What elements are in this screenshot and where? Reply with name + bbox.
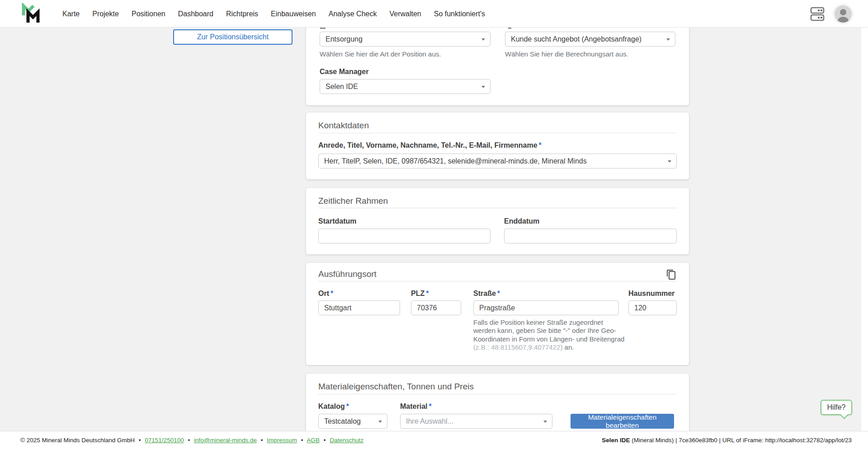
help-button[interactable]: Hilfe? (821, 400, 852, 415)
location-card-title: Ausführungsort (318, 269, 377, 279)
footer-phone-link[interactable]: 07151/250100 (145, 437, 184, 444)
nav-item-so-funktionierts[interactable]: So funktioniert's (434, 10, 485, 18)
nav-item-verwalten[interactable]: Verwalten (389, 10, 421, 18)
strasse-input[interactable] (473, 300, 619, 315)
contact-field-label: Anrede, Titel, Vorname, Nachname, Tel.-N… (318, 141, 542, 150)
position-type-helper: Wählen Sie hier die Art der Position aus… (320, 50, 441, 58)
enddate-input[interactable] (504, 229, 677, 243)
material-card-title: Materialeigenschaften, Tonnen und Preis (318, 382, 474, 392)
required-asterisk: * (497, 290, 500, 297)
footer-session-user: Selen IDE (602, 437, 630, 444)
nav-item-richtpreis[interactable]: Richtpreis (226, 10, 258, 18)
position-type-card: Entsorgung Kunde sucht Angebot (Angebots… (306, 18, 689, 105)
strasse-label: Straße* (473, 290, 500, 298)
user-account-button[interactable] (835, 5, 852, 23)
footer-copyright: © 2025 Mineral Minds Deutschland GmbH (20, 437, 135, 444)
calculation-type-helper: Wählen Sie hier die Berechnungsart aus. (505, 50, 628, 58)
case-manager-label: Case Manager (320, 68, 369, 76)
footer-separator: • (301, 437, 303, 444)
nav-item-projekte[interactable]: Projekte (92, 10, 119, 18)
footer-separator: • (261, 437, 263, 444)
footer-email-link[interactable]: info@mineral-minds.de (194, 437, 257, 444)
strasse-helper-suffix: an. (562, 343, 574, 351)
clipped-label-fragment (508, 28, 511, 29)
calculation-type-value: Kunde sucht Angebot (Angebotsanfrage) (511, 35, 642, 43)
required-asterisk: * (346, 402, 349, 410)
startdate-input[interactable] (318, 229, 491, 243)
chevron-down-icon (378, 421, 382, 423)
material-select-placeholder: Ihre Auswahl... (406, 417, 453, 426)
hausnummer-input[interactable] (628, 300, 677, 315)
chevron-down-icon (543, 421, 547, 423)
divider (318, 133, 677, 133)
case-manager-select[interactable]: Selen IDE (320, 79, 491, 94)
scrollbar[interactable] (861, 28, 868, 431)
katalog-label-text: Katalog (318, 402, 345, 410)
strasse-helper-text: Falls die Position keiner Straße zugeord… (473, 318, 625, 352)
footer: © 2025 Mineral Minds Deutschland GmbH • … (0, 431, 868, 449)
divider (318, 394, 677, 394)
nav-item-einbauweisen[interactable]: Einbauweisen (271, 10, 316, 18)
avatar-icon (835, 5, 852, 23)
server-status-button[interactable] (810, 6, 825, 22)
katalog-label: Katalog* (318, 402, 349, 411)
footer-session-info: Selen IDE (Mineral Minds) | 7ce360e83fb0… (602, 437, 852, 444)
help-button-label: Hilfe? (827, 403, 846, 412)
timeframe-card: Zeitlicher Rahmen Startdatum Enddatum (306, 188, 689, 254)
copy-icon (666, 269, 677, 280)
speech-bubble-tail (840, 411, 848, 419)
server-icon (810, 6, 825, 22)
chevron-down-icon (481, 86, 485, 88)
contact-card-title: Kontaktdaten (318, 121, 369, 131)
execution-location-card: Ausführungsort Ort* PLZ* Straße* Hausnum… (306, 263, 689, 365)
footer-separator: • (139, 437, 141, 444)
chevron-down-icon (666, 38, 670, 41)
katalog-select[interactable]: Testcatalog (318, 414, 387, 429)
main-nav: Karte Projekte Positionen Dashboard Rich… (62, 0, 485, 28)
brand-logo[interactable] (20, 3, 43, 25)
plz-label-text: PLZ (411, 290, 425, 297)
material-label-text: Material (400, 402, 427, 410)
position-type-value: Entsorgung (326, 35, 363, 43)
enddate-label: Enddatum (504, 217, 539, 225)
back-to-positions-button[interactable]: Zur Positionsübersicht (173, 29, 292, 45)
hausnummer-label: Hausnummer (628, 290, 675, 298)
nav-item-analyse-check[interactable]: Analyse Check (329, 10, 377, 18)
nav-item-karte[interactable]: Karte (62, 10, 80, 18)
divider (318, 208, 677, 208)
ort-label: Ort* (318, 290, 333, 298)
footer-separator: • (324, 437, 326, 444)
material-select[interactable]: Ihre Auswahl... (400, 414, 552, 429)
footer-agb-link[interactable]: AGB (307, 437, 320, 444)
required-asterisk: * (539, 141, 542, 149)
footer-session-details: (Mineral Minds) | 7ce360e83fb0 | URL of … (630, 437, 852, 444)
contact-select[interactable]: Herr, TitelP, Selen, IDE, 0987/654321, s… (318, 154, 677, 168)
footer-datenschutz-link[interactable]: Datenschutz (330, 437, 363, 444)
case-manager-value: Selen IDE (326, 83, 358, 91)
nav-item-positionen[interactable]: Positionen (132, 10, 165, 18)
calculation-type-select[interactable]: Kunde sucht Angebot (Angebotsanfrage) (505, 32, 675, 47)
clipped-label-fragment (320, 28, 326, 29)
edit-material-properties-button[interactable]: Materialeigenschaften bearbeiten (571, 414, 674, 429)
ort-label-text: Ort (318, 290, 329, 297)
position-type-select[interactable]: Entsorgung (320, 32, 491, 47)
strasse-helper-main: Falls die Position keiner Straße zugeord… (473, 318, 624, 343)
contact-select-value: Herr, TitelP, Selen, IDE, 0987/654321, s… (324, 157, 587, 165)
footer-impressum-link[interactable]: Impressum (267, 437, 297, 444)
copy-location-button[interactable] (666, 269, 677, 280)
startdate-label: Startdatum (318, 217, 356, 225)
footer-separator: • (188, 437, 190, 444)
divider (318, 281, 677, 281)
top-navigation-bar: Karte Projekte Positionen Dashboard Rich… (0, 0, 868, 28)
strasse-label-text: Straße (473, 290, 496, 297)
ort-input[interactable] (318, 300, 400, 315)
katalog-select-value: Testcatalog (324, 417, 361, 426)
mineral-minds-logo-icon (20, 3, 43, 25)
required-asterisk: * (330, 290, 333, 297)
plz-input[interactable] (411, 300, 461, 315)
required-asterisk: * (429, 402, 431, 410)
nav-item-dashboard[interactable]: Dashboard (178, 10, 213, 18)
required-asterisk: * (426, 290, 429, 297)
footer-legal: © 2025 Mineral Minds Deutschland GmbH • … (20, 437, 363, 444)
chevron-down-icon (668, 160, 671, 163)
